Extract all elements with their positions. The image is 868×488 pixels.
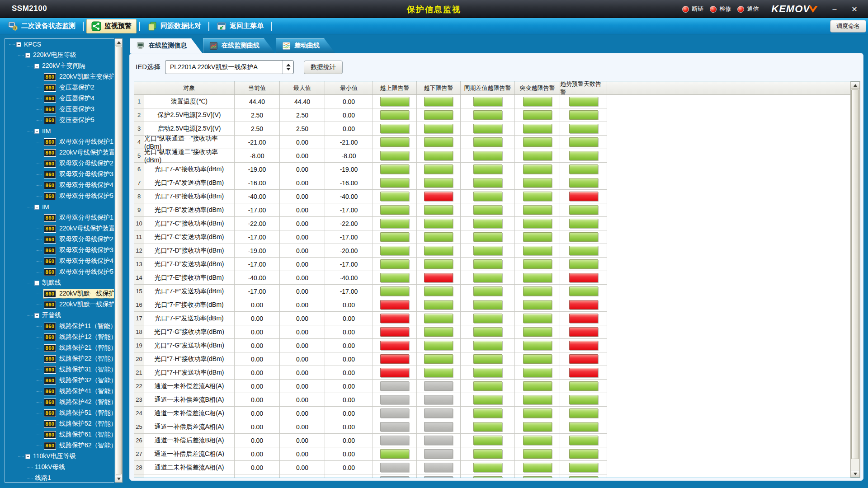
tree-item[interactable]: 860线路保护61（智能）	[5, 429, 114, 440]
tree-item[interactable]: 860线路保护41（智能）	[5, 386, 114, 397]
tree-item[interactable]: 860双母双分母线保护5	[5, 267, 114, 277]
table-row[interactable]: 29通道二未补偿差流B相(A)0.000.000.00	[134, 474, 850, 478]
tree-item[interactable]: 860线路保护51（智能）	[5, 408, 114, 418]
tree-item[interactable]: 860双母双分母线保护5	[5, 191, 114, 202]
tree-scrollbar-thumb[interactable]	[116, 47, 122, 474]
table-row[interactable]: 2保护2.5V电源[2.5V](V)2.502.500.00	[134, 108, 850, 122]
tree-item[interactable]: 860双母双分母线保护4	[5, 256, 114, 267]
minimize-button[interactable]: –	[828, 5, 841, 13]
table-row[interactable]: 14光口“7-E”接收功率(dBm)-40.000.00-40.00	[134, 271, 850, 285]
tree-item[interactable]: 860变压器保护4	[5, 93, 114, 104]
tree-item[interactable]: 860线路保护62（智能）	[5, 440, 114, 451]
dispatch-naming-button[interactable]: 调度命名	[830, 20, 866, 33]
tree-item[interactable]: 860线路保护31（智能）	[5, 364, 114, 375]
data-statistics-button[interactable]: 数据统计	[304, 61, 343, 74]
table-row[interactable]: 20光口“7-H”接收功率(dBm)0.000.000.00	[134, 352, 850, 366]
table-row[interactable]: 5光口“纵联通道二”接收功率(dBm)-8.000.00-8.00	[134, 149, 850, 163]
tree-item[interactable]: 860变压器保护2	[5, 82, 114, 93]
tree-item[interactable]: 860线路保护32（智能）	[5, 375, 114, 386]
tree-item[interactable]: 860220kV母线保护装置A	[5, 147, 114, 158]
tab-3[interactable]: 差动曲线	[276, 38, 335, 53]
scroll-up-icon[interactable]	[851, 82, 859, 89]
tree-item[interactable]: 860双母双分母线保护1	[5, 136, 114, 147]
tree-item[interactable]: 860双母双分母线保护1	[5, 212, 114, 223]
tree-item[interactable]: 860线路保护11（智能）	[5, 321, 114, 332]
toolbar-button-1[interactable]: 二次设备状态监测	[4, 19, 80, 33]
table-row[interactable]: 1装置温度(℃)44.4044.400.00	[134, 95, 850, 108]
table-row[interactable]: 25通道一补偿后差流A相(A)0.000.000.00	[134, 420, 850, 434]
tree-item[interactable]: 860双母双分母线保护4	[5, 180, 114, 191]
table-row[interactable]: 8光口“7-B”接收功率(dBm)-40.000.00-40.00	[134, 190, 850, 203]
tree-collapse-icon[interactable]	[34, 64, 39, 69]
tree-item[interactable]: 860变压器保护5	[5, 115, 114, 126]
toolbar-button-2[interactable]: 监视预警	[86, 19, 137, 33]
tree-collapse-icon[interactable]	[34, 281, 39, 286]
table-row[interactable]: 6光口“7-A”接收功率(dBm)-19.000.00-19.00	[134, 163, 850, 176]
tree-collapse-icon[interactable]	[25, 53, 30, 58]
table-row[interactable]: 26通道一补偿后差流B相(A)0.000.000.00	[134, 434, 850, 447]
scroll-down-icon[interactable]	[851, 470, 859, 477]
tree-item[interactable]: 860双母双分母线保护2	[5, 234, 114, 245]
table-scrollbar-thumb[interactable]	[851, 89, 859, 459]
tree-item[interactable]: IIM	[5, 126, 114, 136]
table-row[interactable]: 18光口“7-G”接收功率(dBm)0.000.000.00	[134, 325, 850, 339]
tree-item[interactable]: 线路1	[5, 473, 114, 483]
tab-2[interactable]: 在线监测曲线	[203, 38, 275, 53]
tree-item[interactable]: 860双母双分母线保护2	[5, 158, 114, 169]
value-cell: 0.00	[235, 420, 280, 434]
tree-collapse-icon[interactable]	[34, 205, 39, 210]
tree-item[interactable]: 开普线	[5, 310, 114, 321]
tree-item[interactable]: 860220kV凯默主变保护A	[5, 71, 114, 82]
tree-item[interactable]: 860变压器保护3	[5, 104, 114, 115]
tree-item[interactable]: 凯默线	[5, 277, 114, 288]
table-row[interactable]: 19光口“7-G”发送功率(dBm)0.000.000.00	[134, 339, 850, 352]
tree-scrollbar[interactable]	[115, 38, 123, 483]
table-row[interactable]: 10光口“7-C”接收功率(dBm)-22.000.00-22.00	[134, 217, 850, 230]
tree-collapse-icon[interactable]	[25, 454, 30, 459]
tree-item[interactable]: 110kV母线	[5, 462, 114, 473]
tree-collapse-icon[interactable]	[34, 313, 39, 318]
table-row[interactable]: 3启动2.5V电源[2.5V](V)2.502.500.00	[134, 122, 850, 136]
tree-item[interactable]: 860220kV母线保护装置A	[5, 223, 114, 234]
combobox-spinner-icon[interactable]	[283, 61, 293, 74]
table-row[interactable]: 9光口“7-B”发送功率(dBm)-17.000.00-17.00	[134, 203, 850, 217]
table-row[interactable]: 21光口“7-H”发送功率(dBm)0.000.000.00	[134, 366, 850, 380]
tab-1[interactable]: 在线监测信息	[130, 38, 202, 53]
table-row[interactable]: 24通道一未补偿差流C相(A)0.000.000.00	[134, 407, 850, 420]
toolbar-button-4[interactable]: 返回主菜单	[212, 19, 268, 33]
table-row[interactable]: 23通道一未补偿差流B相(A)0.000.000.00	[134, 393, 850, 407]
scroll-up-icon[interactable]	[115, 39, 122, 46]
tree-item[interactable]: 860线路保护52（智能）	[5, 418, 114, 429]
tree-item[interactable]: 220kV电压等级	[5, 50, 114, 61]
table-scrollbar[interactable]	[850, 81, 860, 478]
tree-item[interactable]: 860220kV凯默一线保护A	[5, 288, 114, 299]
table-row[interactable]: 4光口“纵联通道一”接收功率(dBm)-21.000.00-21.00	[134, 136, 850, 149]
table-row[interactable]: 17光口“7-F”发送功率(dBm)0.000.000.00	[134, 312, 850, 325]
tree-item[interactable]: 860线路保护12（智能）	[5, 332, 114, 343]
table-row[interactable]: 15光口“7-E”发送功率(dBm)-17.000.00-17.00	[134, 285, 850, 298]
tree-collapse-icon[interactable]	[16, 42, 21, 47]
close-button[interactable]: ✕	[848, 5, 861, 14]
tree-item[interactable]: 220kV主变间隔	[5, 61, 114, 71]
tree-item[interactable]: 110kV电压等级	[5, 451, 114, 462]
scroll-down-icon[interactable]	[115, 475, 122, 482]
toolbar-button-3[interactable]: 同源数据比对	[143, 19, 206, 33]
tree-item[interactable]: IM	[5, 202, 114, 212]
table-row[interactable]: 16光口“7-F”接收功率(dBm)0.000.000.00	[134, 298, 850, 312]
tree-item[interactable]: 860线路保护22（智能）	[5, 353, 114, 364]
tree-item[interactable]: 860220kV凯默一线保护B	[5, 299, 114, 310]
table-row[interactable]: 13光口“7-D”发送功率(dBm)-17.000.00-17.00	[134, 258, 850, 271]
tree-item[interactable]: KPCS	[5, 39, 114, 50]
table-row[interactable]: 27通道一补偿后差流C相(A)0.000.000.00	[134, 447, 850, 461]
tree-item[interactable]: 860线路保护21（智能）	[5, 343, 114, 353]
ied-select-combobox[interactable]: PL2201A 220kV凯默一线保护A	[165, 60, 294, 74]
table-row[interactable]: 11光口“7-C”发送功率(dBm)-17.000.00-17.00	[134, 230, 850, 244]
tree-collapse-icon[interactable]	[34, 129, 39, 134]
table-row[interactable]: 7光口“7-A”发送功率(dBm)-16.000.00-16.00	[134, 176, 850, 190]
table-row[interactable]: 28通道二未补偿差流A相(A)0.000.000.00	[134, 461, 850, 474]
tree-item[interactable]: 860双母双分母线保护3	[5, 245, 114, 256]
tree-item[interactable]: 860双母双分母线保护3	[5, 169, 114, 180]
table-row[interactable]: 22通道一未补偿差流A相(A)0.000.000.00	[134, 380, 850, 393]
table-row[interactable]: 12光口“7-D”接收功率(dBm)-19.000.00-20.00	[134, 244, 850, 258]
tree-item[interactable]: 860线路保护42（智能）	[5, 397, 114, 408]
